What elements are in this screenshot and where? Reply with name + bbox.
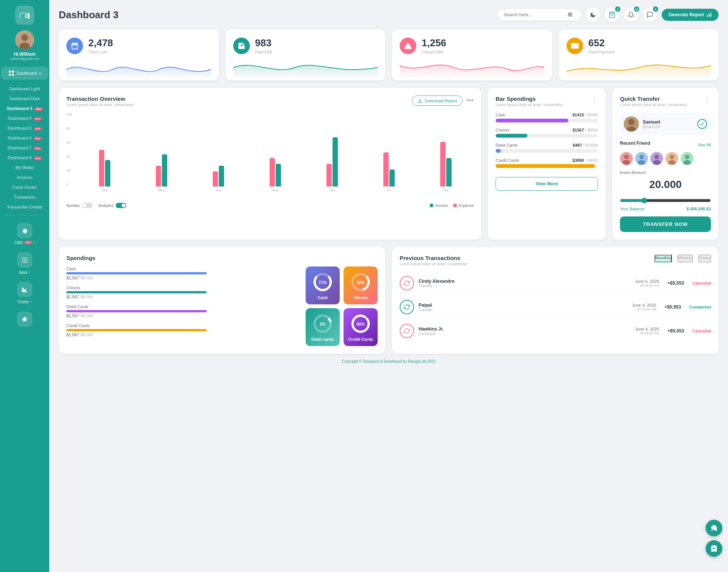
spendings-debit-bar [66, 310, 207, 312]
sidebar-item-dashboard-8[interactable]: Dashboard 8 New [0, 153, 49, 163]
tx-info-2: Paipal Transfer [419, 302, 433, 312]
sidebar-item-my-wallet[interactable]: My Wallet [0, 163, 49, 172]
sidebar-item-cards-center[interactable]: Cards Center [0, 182, 49, 192]
cms-badge: New [24, 241, 32, 244]
sidebar-item-invoices[interactable]: Invoices [0, 172, 49, 182]
paid-emi-wave [233, 58, 378, 79]
sidebar-item-dashboard-5[interactable]: Dashboard 5 New [0, 123, 49, 133]
sidebar-nav: Dashboard Light Dashboard Dark Dashboard… [0, 84, 49, 212]
y-label-100: 100 [66, 113, 72, 116]
cms-icon-btn[interactable] [17, 223, 32, 238]
bar-spendings-more-btn[interactable]: ⋮ [591, 96, 598, 104]
download-report-button[interactable]: Download Report [412, 96, 463, 106]
svg-point-15 [26, 262, 27, 263]
tx-status-2: Completed [689, 305, 711, 309]
bar-tue-expense [213, 171, 218, 186]
transfer-user-check-icon [697, 119, 707, 129]
spending-row-credit: Credit Cards $3890 / $4000 [496, 158, 598, 168]
transaction-item-2: Paipal Transfer June 4, 2020 05:34:45 AM… [400, 295, 711, 319]
charts-label: Charts [18, 300, 29, 304]
donut-debit-svg: 5% [311, 313, 334, 335]
see-more-link[interactable]: See All [698, 143, 711, 147]
float-cart-btn[interactable] [706, 540, 722, 557]
y-label-20: 20 [66, 169, 72, 172]
recent-friend-label: Recent Friend [620, 141, 650, 146]
paid-emi-value: 983 [255, 37, 272, 49]
svg-point-12 [26, 260, 27, 261]
sidebar-item-dashboard-light[interactable]: Dashboard Light [0, 84, 49, 94]
sidebar-item-transaction[interactable]: Transaction [0, 192, 49, 202]
paid-emi-label: Paid EMI [255, 50, 272, 54]
quick-transfer-more-btn[interactable]: ⋮ [704, 96, 711, 104]
friend-avatar-4[interactable] [665, 152, 678, 165]
chart-legend: Number Analytics Income Expense [66, 203, 474, 208]
svg-point-8 [24, 257, 25, 259]
cms-arrow-icon: › [33, 240, 35, 244]
generate-report-button[interactable]: Generate Report [662, 9, 719, 21]
sidebar-item-dashboard-dark[interactable]: Dashboard Dark [0, 94, 49, 103]
svg-rect-17 [711, 13, 711, 17]
message-btn[interactable]: 5 [643, 8, 657, 22]
sidebar-item-dashboard-3[interactable]: Dashboard 3 New [0, 103, 49, 113]
apps-arrow-icon: › [29, 270, 30, 274]
friend-avatar-3[interactable] [650, 152, 663, 165]
float-support-btn[interactable] [706, 520, 722, 536]
bar-mon-expense [156, 166, 161, 186]
tx-info-3: Hawkins Jr. Cashback [419, 326, 444, 336]
sidebar-logo[interactable] [15, 6, 34, 25]
bar-spendings-card: Bar Spendings Lorem ipsum dolor sit amet… [488, 88, 606, 240]
svg-rect-18 [709, 14, 709, 17]
tab-weekly[interactable]: Weekly [678, 255, 693, 262]
donut-debit-label: Debit cards [311, 337, 334, 342]
analytics-label: Analytics [99, 204, 114, 208]
sidebar-item-dashboard-7[interactable]: Dashboard 7 New [0, 143, 49, 153]
sidebar-item-dashboard-6[interactable]: Dashboard 6 New [0, 133, 49, 143]
gear-icon [21, 227, 28, 234]
sidebar-dashboard-toggle[interactable]: Dashboard ∨ [1, 67, 49, 80]
page-title: Dashboard 3 [59, 9, 119, 21]
spendings-credit-label: Credit Cards [66, 323, 300, 328]
spendings-cash-label: Cash [66, 266, 300, 271]
spending-debit-max: / [583, 143, 584, 147]
analytics-toggle[interactable] [116, 203, 126, 208]
footer-year: 2023 [427, 359, 435, 364]
apps-icon-btn[interactable] [17, 252, 32, 268]
total-loan-icon [66, 38, 83, 54]
transaction-overview-subtitle: Lorem ipsum dolor sit amet, consectetur [66, 103, 134, 107]
charts-icon-btn[interactable] [17, 282, 32, 297]
sidebar-item-transaction-details[interactable]: Transaction Details [0, 202, 49, 212]
search-input[interactable] [504, 12, 564, 17]
tab-today[interactable]: Today [698, 255, 711, 262]
loan-wave [66, 58, 211, 79]
tx-time-2: 05:34:45 AM [632, 307, 656, 311]
x-label-mon: Mon [134, 188, 189, 192]
amount-slider[interactable] [620, 197, 711, 204]
spendings-checks-value: $1,567 /$5,000 [66, 295, 300, 299]
sidebar-dashboard-label: Dashboard [17, 71, 37, 75]
total-loan-value: 2,478 [88, 37, 113, 49]
number-toggle[interactable] [82, 203, 93, 208]
transfer-now-button[interactable]: TRANSFER NOW [620, 216, 711, 232]
tab-monthly[interactable]: Monthly [654, 255, 672, 262]
sidebar-item-dashboard-4[interactable]: Dashboard 4 New [0, 113, 49, 123]
tx-date-val-2: June 4, 2020 [632, 303, 656, 307]
total-payment-value: 652 [588, 37, 615, 49]
sidebar-charts-section: Charts › [0, 277, 49, 307]
cart-btn[interactable]: 2 [605, 8, 619, 22]
moon-btn[interactable] [586, 8, 600, 22]
spending-row-cash: Cash $1415 / $2000 [496, 113, 598, 122]
transaction-overview-more-btn[interactable]: ••• [466, 97, 474, 105]
download-report-label: Download Report [425, 99, 457, 103]
favorites-icon-btn[interactable] [17, 312, 32, 327]
spending-checks-bar-fill [496, 134, 527, 138]
friend-avatar-2[interactable] [635, 152, 648, 165]
stat-card-total-payment: 652 Total Payment [559, 30, 719, 80]
friend-avatar-5[interactable] [681, 152, 693, 165]
donut-checks: 30% Checks [344, 266, 378, 304]
view-more-button[interactable]: View More [496, 177, 598, 191]
total-payment-label: Total Payment [588, 50, 615, 54]
friend-avatar-1[interactable] [620, 152, 633, 165]
transaction-overview-card: Transaction Overview Lorem ipsum dolor s… [59, 88, 481, 240]
bell-btn[interactable]: 12 [624, 8, 638, 22]
unpaid-emi-wave [400, 58, 544, 79]
